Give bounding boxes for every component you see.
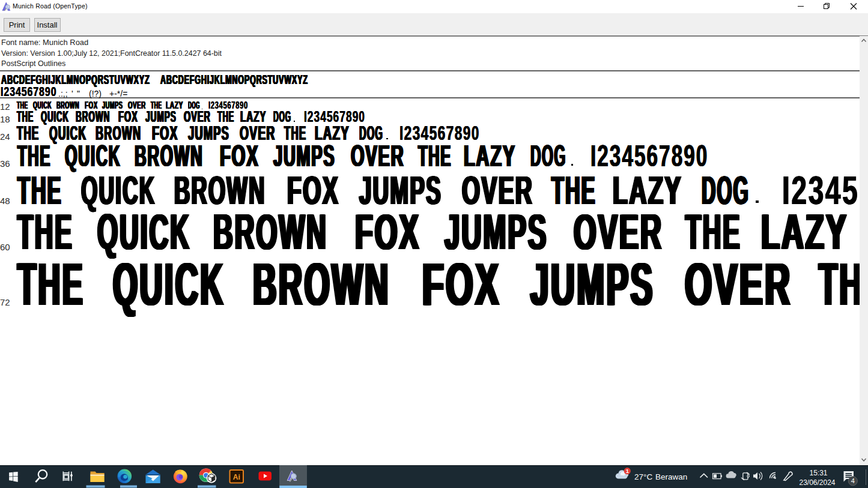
svg-text:4: 4 — [851, 477, 855, 484]
svg-text:Berawan: Berawan — [655, 472, 687, 481]
svg-text:1: 1 — [626, 468, 630, 474]
svg-text:Ai: Ai — [233, 473, 240, 481]
svg-text:27°C: 27°C — [634, 472, 652, 481]
svg-text:23/06/2024: 23/06/2024 — [799, 478, 835, 487]
svg-text:15:31: 15:31 — [809, 469, 827, 477]
